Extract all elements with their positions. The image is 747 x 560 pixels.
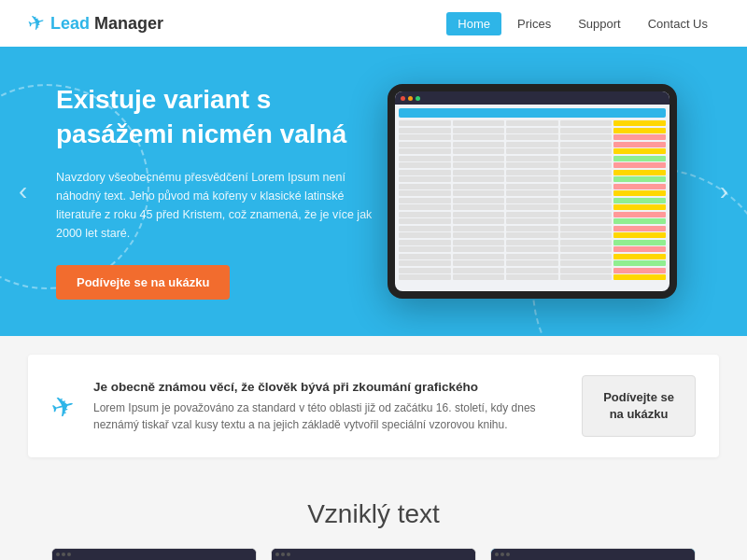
tc-cell — [560, 240, 613, 245]
tc-cell — [453, 156, 505, 161]
tc-row — [399, 260, 666, 266]
tc-row — [399, 148, 666, 154]
tc-cell — [613, 226, 666, 231]
tc-cell — [506, 226, 558, 231]
tc-cell — [453, 254, 505, 259]
nav-contact[interactable]: Contact Us — [637, 12, 719, 35]
tc-cell — [506, 212, 558, 217]
hero-arrow-right[interactable]: › — [720, 176, 728, 206]
ss-dot — [506, 553, 510, 556]
tc-row — [399, 176, 666, 182]
tb-dot-green — [416, 96, 420, 101]
tc-cell — [613, 260, 666, 266]
tc-cell — [453, 274, 505, 280]
info-cta-button[interactable]: Podívejte sena ukázku — [582, 375, 696, 437]
tc-cell — [453, 198, 505, 203]
tc-row — [399, 198, 666, 203]
tc-cell — [399, 218, 451, 224]
tc-row — [399, 274, 666, 280]
tc-cell — [399, 226, 451, 231]
ss-topbar-2 — [272, 549, 475, 560]
tc-cell — [560, 218, 613, 224]
main-nav: Home Prices Support Contact Us — [446, 12, 719, 35]
ss-dot — [495, 553, 499, 556]
tc-cell — [613, 148, 666, 154]
nav-prices[interactable]: Prices — [506, 12, 562, 35]
tc-cell — [453, 232, 505, 238]
tc-row — [399, 128, 666, 133]
logo-regular: Manager — [90, 14, 163, 33]
tc-cell — [453, 246, 505, 252]
tc-cell — [399, 148, 451, 154]
tc-cell — [560, 198, 613, 203]
tc-cell — [506, 176, 558, 182]
logo-bold: Lead — [50, 14, 90, 33]
tc-cell — [560, 190, 613, 196]
tc-cell — [399, 198, 451, 203]
info-paragraph: Lorem Ipsum je považováno za standard v … — [93, 399, 563, 433]
logo-icon: ✈ — [25, 9, 48, 37]
tc-cell — [453, 120, 505, 126]
tc-cell — [506, 246, 558, 252]
tc-cell — [613, 120, 666, 126]
tc-cell — [453, 218, 505, 224]
tc-cell — [560, 156, 613, 161]
vzniky-section: Vzniklý text — [0, 476, 747, 560]
hero-arrow-left[interactable]: ‹ — [19, 176, 27, 206]
tablet-topbar — [395, 91, 669, 105]
tc-cell — [453, 260, 505, 266]
info-heading: Je obecně známou věcí, že člověk bývá př… — [93, 380, 563, 394]
tc-cell — [560, 162, 613, 168]
ss-topbar-1 — [52, 549, 256, 560]
tc-cell — [506, 268, 558, 273]
nav-home[interactable]: Home — [446, 12, 501, 35]
tc-cell — [399, 142, 451, 147]
tc-cell — [399, 162, 451, 168]
tc-cell — [453, 184, 505, 189]
tc-cell — [399, 204, 451, 210]
header: ✈ Lead Manager Home Prices Support Conta… — [0, 0, 747, 47]
tc-cell — [613, 184, 666, 189]
tc-cell — [453, 176, 505, 182]
tc-cell — [560, 142, 613, 147]
ss-dot — [500, 553, 504, 556]
tc-cell — [399, 254, 451, 259]
tc-cell — [506, 184, 558, 189]
tc-cell — [613, 254, 666, 259]
tablet-mockup — [388, 84, 677, 299]
screenshots-row: Date from ▦ 01/07/2014 Date from ▦ 31/01… — [28, 548, 719, 560]
nav-support[interactable]: Support — [567, 12, 632, 35]
tc-row — [399, 170, 666, 175]
tc-cell — [613, 176, 666, 182]
tc-row — [399, 120, 666, 126]
hero-heading: Existuje variant s pasážemi nicmén valná — [56, 83, 374, 151]
tc-header — [399, 108, 666, 118]
tc-cell — [560, 212, 613, 217]
tc-cell — [560, 148, 613, 154]
tc-cell — [506, 204, 558, 210]
tc-cell — [613, 134, 666, 140]
tc-cell — [399, 134, 451, 140]
tc-cell — [560, 260, 613, 266]
tc-cell — [453, 142, 505, 147]
tc-cell — [560, 134, 613, 140]
vzniky-heading: Vzniklý text — [28, 499, 719, 529]
tc-cell — [506, 232, 558, 238]
tc-row — [399, 218, 666, 224]
tc-row — [399, 212, 666, 217]
tc-cell — [560, 184, 613, 189]
tc-cell — [613, 268, 666, 273]
logo: ✈ Lead Manager — [28, 11, 163, 35]
tc-row — [399, 134, 666, 140]
tc-cell — [506, 218, 558, 224]
info-text-block: Je obecně známou věcí, že člověk bývá př… — [93, 380, 563, 433]
info-plane-icon: ✈ — [48, 387, 78, 425]
tc-cell — [506, 128, 558, 133]
tc-cell — [613, 142, 666, 147]
hero-cta-button[interactable]: Podívejte se na ukázku — [56, 265, 230, 300]
tc-cell — [613, 204, 666, 210]
hero-section: ‹ Existuje variant s pasážemi nicmén val… — [0, 47, 747, 336]
info-section: ✈ Je obecně známou věcí, že člověk bývá … — [28, 355, 719, 457]
ss-topbar-3 — [491, 549, 695, 560]
tc-row — [399, 156, 666, 161]
